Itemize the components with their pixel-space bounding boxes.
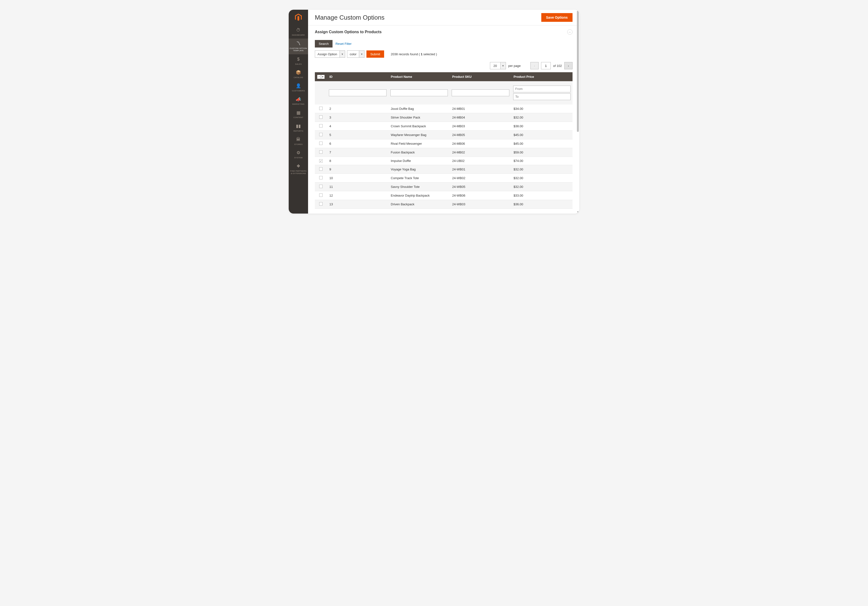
cell-sku: 24-MB04 — [450, 113, 511, 122]
submit-button[interactable]: Submit — [366, 50, 384, 58]
table-row: 12Endeavor Daytrip Backpack24-WB06$33.00 — [315, 191, 572, 200]
sidebar-item-content[interactable]: ▦CONTENT — [289, 108, 308, 121]
scroll-down-arrow-icon[interactable]: ▼ — [577, 211, 579, 213]
table-row: 9Voyage Yoga Bag24-WB01$32.00 — [315, 165, 572, 174]
sidebar-item-catalog[interactable]: 📦CATALOG — [289, 68, 308, 81]
sidebar-item-label: CUSTOMERS — [292, 90, 305, 92]
cell-sku: 24-MB06 — [450, 139, 511, 148]
row-checkbox[interactable] — [319, 202, 322, 205]
row-checkbox[interactable]: ✓ — [319, 159, 322, 163]
search-button[interactable]: Search — [315, 40, 333, 48]
row-checkbox[interactable] — [319, 150, 322, 154]
assign-option-caret[interactable]: ▼ — [340, 50, 345, 58]
per-page-caret[interactable]: ▼ — [501, 62, 506, 69]
col-name-header[interactable]: Product Name — [389, 72, 450, 81]
cell-id: 3 — [327, 113, 389, 122]
chevron-right-icon: › — [568, 64, 569, 68]
sidebar-item-partners[interactable]: ❖FIND PARTNERS & EXTENSIONS — [289, 161, 308, 177]
collapse-section-button[interactable]: ︿ — [567, 30, 572, 35]
color-caret[interactable]: ▼ — [359, 50, 364, 58]
sidebar-item-label: CATALOG — [293, 76, 303, 79]
row-checkbox[interactable] — [319, 141, 322, 145]
filter-sku-input[interactable] — [452, 89, 509, 96]
table-row: 10Compete Track Tote24-WB02$32.00 — [315, 174, 572, 183]
cell-sku: 24-WB01 — [450, 165, 511, 174]
reports-icon: ▮▮ — [296, 124, 301, 129]
reset-filter-link[interactable]: Reset Filter — [335, 42, 352, 45]
sidebar-item-label: SALES — [295, 63, 302, 65]
section-title: Assign Custom Options to Products — [315, 30, 382, 34]
sidebar-item-label: MARKETING — [292, 103, 304, 106]
content-icon: ▦ — [296, 110, 301, 116]
filter-price-to-input[interactable] — [513, 93, 571, 100]
filter-id-input[interactable] — [329, 89, 386, 96]
mass-select-toggle[interactable]: – ▾ — [317, 75, 324, 79]
per-page-value: 20 — [490, 62, 501, 69]
cell-name: Voyage Yoga Bag — [389, 165, 450, 174]
color-select[interactable]: color ▼ — [347, 50, 364, 58]
filter-name-input[interactable] — [391, 89, 448, 96]
sidebar-item-dashboard[interactable]: ⏱DASHBOARD — [289, 25, 308, 39]
row-checkbox[interactable] — [319, 176, 322, 179]
filter-price-from-input[interactable] — [513, 85, 571, 92]
cell-name: Strive Shoulder Pack — [389, 113, 450, 122]
next-page-button[interactable]: › — [564, 62, 572, 69]
filter-toolbar: Search Reset Filter — [308, 39, 579, 49]
row-checkbox[interactable] — [319, 193, 322, 197]
cell-sku: 24-MB01 — [450, 104, 511, 113]
col-sku-header[interactable]: Product SKU — [450, 72, 511, 81]
cell-sku: 24-UB02 — [450, 157, 511, 165]
row-checkbox[interactable] — [319, 167, 322, 171]
cell-sku: 24-MB02 — [450, 148, 511, 157]
magento-logo-icon — [295, 14, 302, 21]
cell-price: $32.00 — [511, 183, 573, 191]
row-checkbox[interactable] — [319, 107, 322, 110]
chevron-up-icon: ︿ — [569, 30, 571, 34]
cell-price: $32.00 — [511, 174, 573, 183]
cell-price: $32.00 — [511, 113, 573, 122]
per-page-select[interactable]: 20 ▼ — [490, 62, 506, 69]
sidebar-item-template[interactable]: 〽CUSTOM OPTION TEMPLATE — [289, 39, 308, 54]
page-input[interactable] — [541, 62, 551, 69]
sidebar-item-label: CONTENT — [293, 117, 304, 119]
cell-id: 6 — [327, 139, 389, 148]
sidebar-item-sales[interactable]: $SALES — [289, 54, 308, 68]
col-price-header[interactable]: Product Price — [511, 72, 573, 81]
pager: 20 ▼ per page ‹ of 102 › — [308, 61, 579, 72]
table-row: ✓8Impulse Duffle24-UB02$74.00 — [315, 157, 572, 165]
row-checkbox[interactable] — [319, 115, 322, 119]
mass-select-caret-icon: ▾ — [321, 75, 324, 79]
section-header: Assign Custom Options to Products ︿ — [308, 25, 579, 39]
table-row: 7Fusion Backpack24-MB02$59.00 — [315, 148, 572, 157]
sidebar-item-marketing[interactable]: 📣MARKETING — [289, 95, 308, 108]
cell-price: $45.00 — [511, 131, 573, 139]
prev-page-button[interactable]: ‹ — [530, 62, 539, 69]
page-title: Manage Custom Options — [315, 14, 384, 21]
cell-sku: 24-WB03 — [450, 200, 511, 209]
cell-name: Crown Summit Backpack — [389, 122, 450, 131]
row-checkbox[interactable] — [319, 133, 322, 136]
cell-sku: 24-WB02 — [450, 174, 511, 183]
scrollbar-thumb[interactable] — [577, 11, 579, 132]
sidebar-item-stores[interactable]: 🏛STORES — [289, 135, 308, 148]
marketing-icon: 📣 — [296, 97, 301, 102]
col-id-header[interactable]: ID — [327, 72, 389, 81]
assign-option-select[interactable]: Assign Option ▼ — [315, 50, 345, 58]
row-checkbox[interactable] — [319, 124, 322, 127]
cell-name: Impulse Duffle — [389, 157, 450, 165]
catalog-icon: 📦 — [296, 70, 301, 75]
main-content: ▲ Manage Custom Options Save Options Ass… — [308, 10, 579, 214]
sidebar: ⏱DASHBOARD〽CUSTOM OPTION TEMPLATE$SALES📦… — [289, 10, 308, 214]
sidebar-item-system[interactable]: ⚙SYSTEM — [289, 148, 308, 161]
caret-down-icon: ▼ — [361, 53, 363, 56]
records-prefix: 2038 records found ( — [391, 52, 421, 56]
sidebar-item-reports[interactable]: ▮▮REPORTS — [289, 121, 308, 135]
cell-id: 5 — [327, 131, 389, 139]
customers-icon: 👤 — [296, 83, 301, 89]
cell-price: $32.00 — [511, 165, 573, 174]
dashboard-icon: ⏱ — [296, 28, 301, 33]
sidebar-item-customers[interactable]: 👤CUSTOMERS — [289, 81, 308, 94]
save-options-button[interactable]: Save Options — [541, 13, 572, 22]
row-checkbox[interactable] — [319, 185, 322, 188]
cell-price: $34.00 — [511, 104, 573, 113]
